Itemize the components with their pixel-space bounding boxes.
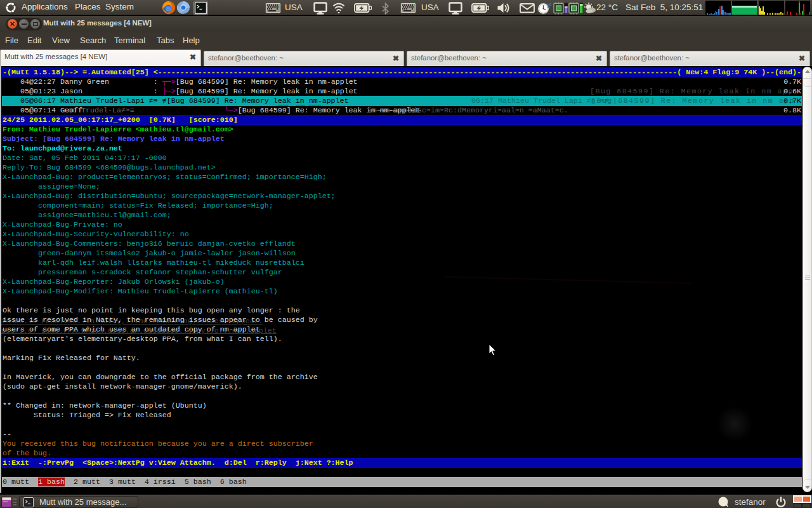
- svg-text:z: z: [549, 2, 552, 6]
